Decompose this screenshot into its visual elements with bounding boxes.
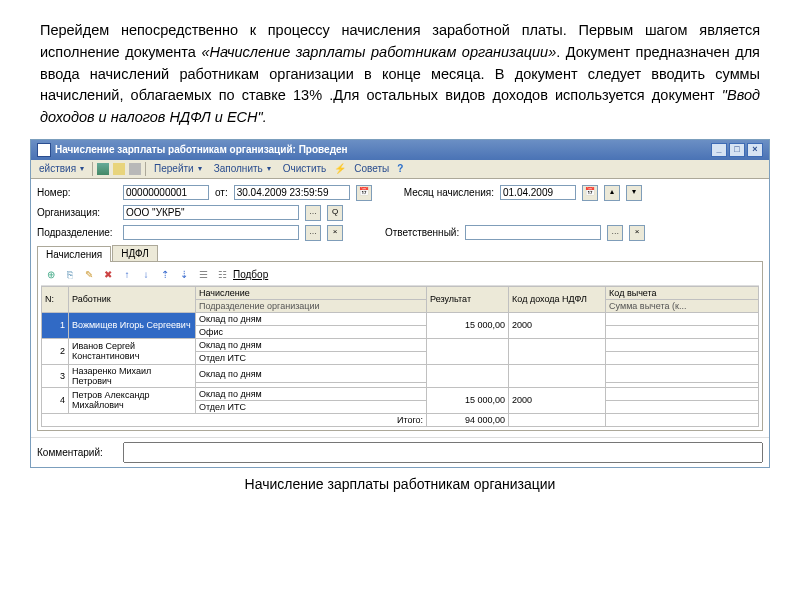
cell-dept[interactable]: Отдел ИТС (196, 351, 427, 364)
cell-accrual[interactable]: Оклад по дням (196, 338, 427, 351)
cell-accrual[interactable]: Оклад по дням (196, 387, 427, 400)
org-open-icon[interactable]: Q (327, 205, 343, 221)
cell-dept[interactable]: Офис (196, 325, 427, 338)
col-deduct-sum[interactable]: Сумма вычета (к... (606, 299, 759, 312)
settings-icon[interactable]: ☰ (195, 267, 211, 283)
cell-ndfl[interactable] (509, 338, 606, 364)
edit-row-icon[interactable]: ✎ (81, 267, 97, 283)
cell-dept[interactable]: Отдел ИТС (196, 400, 427, 413)
month-up-icon[interactable]: ▴ (604, 185, 620, 201)
number-field[interactable] (123, 185, 209, 200)
tab-content: ⊕ ⎘ ✎ ✖ ↑ ↓ ⇡ ⇣ ☰ ☷ Подбор N: Работник Н… (37, 261, 763, 431)
date-field[interactable] (234, 185, 350, 200)
list-icon[interactable]: ☷ (214, 267, 230, 283)
col-accrual[interactable]: Начисление (196, 286, 427, 299)
tips-button[interactable]: Советы (350, 162, 393, 175)
col-ndfl[interactable]: Код дохода НДФЛ (509, 286, 606, 312)
total-label: Итого: (42, 413, 427, 426)
month-picker-icon[interactable]: 📅 (582, 185, 598, 201)
print-icon[interactable] (129, 163, 141, 175)
maximize-button[interactable]: □ (729, 143, 745, 157)
minimize-button[interactable]: _ (711, 143, 727, 157)
cell-worker[interactable]: Петров Александр Михайлович (69, 387, 196, 413)
cell-num[interactable]: 4 (42, 387, 69, 413)
close-button[interactable]: × (747, 143, 763, 157)
move-up-icon[interactable]: ↑ (119, 267, 135, 283)
sort-asc-icon[interactable]: ⇡ (157, 267, 173, 283)
cell-num[interactable]: 1 (42, 312, 69, 338)
window-titlebar: Начисление зарплаты работникам организац… (31, 140, 769, 160)
cell-ndfl[interactable]: 2000 (509, 387, 606, 413)
main-toolbar: ействия Перейти Заполнить Очистить ⚡ Сов… (31, 160, 769, 179)
month-down-icon[interactable]: ▾ (626, 185, 642, 201)
dept-clear-icon[interactable]: × (327, 225, 343, 241)
delete-row-icon[interactable]: ✖ (100, 267, 116, 283)
cell-num[interactable]: 3 (42, 364, 69, 387)
tips-icon: ⚡ (334, 163, 346, 175)
table-row[interactable]: 2Иванов Сергей КонстантиновичОклад по дн… (42, 338, 759, 351)
table-row[interactable]: 4Петров Александр МихайловичОклад по дня… (42, 387, 759, 400)
cell-deduct-code[interactable] (606, 387, 759, 400)
table-row[interactable]: 1Вожмищев Игорь СергеевичОклад по дням15… (42, 312, 759, 325)
cell-worker[interactable]: Вожмищев Игорь Сергеевич (69, 312, 196, 338)
col-num[interactable]: N: (42, 286, 69, 312)
selection-button[interactable]: Подбор (233, 269, 268, 280)
accruals-grid: N: Работник Начисление Результат Код дох… (41, 286, 759, 427)
cell-deduct-code[interactable] (606, 364, 759, 383)
fill-menu[interactable]: Заполнить (210, 162, 275, 175)
copy-row-icon[interactable]: ⎘ (62, 267, 78, 283)
cell-result[interactable] (427, 338, 509, 364)
comment-field[interactable] (123, 442, 763, 463)
save-icon[interactable] (97, 163, 109, 175)
add-row-icon[interactable]: ⊕ (43, 267, 59, 283)
intro-doc-1: «Начисление зарплаты работникам организа… (201, 44, 556, 60)
col-worker[interactable]: Работник (69, 286, 196, 312)
goto-menu[interactable]: Перейти (150, 162, 206, 175)
sort-desc-icon[interactable]: ⇣ (176, 267, 192, 283)
app-window: Начисление зарплаты работникам организац… (30, 139, 770, 468)
cell-result[interactable]: 15 000,00 (427, 387, 509, 413)
cell-deduct-sum[interactable] (606, 400, 759, 413)
resp-clear-icon[interactable]: × (629, 225, 645, 241)
resp-select-icon[interactable]: … (607, 225, 623, 241)
tab-ndfl[interactable]: НДФЛ (112, 245, 158, 261)
total-value: 94 000,00 (427, 413, 509, 426)
cell-worker[interactable]: Назаренко Михаил Петрович (69, 364, 196, 387)
dept-label: Подразделение: (37, 227, 117, 238)
help-icon[interactable]: ? (397, 163, 409, 175)
post-icon[interactable] (113, 163, 125, 175)
cell-result[interactable]: 15 000,00 (427, 312, 509, 338)
month-label: Месяц начисления: (404, 187, 494, 198)
month-field[interactable] (500, 185, 576, 200)
cell-result[interactable] (427, 364, 509, 387)
cell-deduct-sum[interactable] (606, 325, 759, 338)
grid-toolbar: ⊕ ⎘ ✎ ✖ ↑ ↓ ⇡ ⇣ ☰ ☷ Подбор (41, 265, 759, 286)
col-deduct-code[interactable]: Код вычета (606, 286, 759, 299)
org-field[interactable] (123, 205, 299, 220)
cell-ndfl[interactable] (509, 364, 606, 387)
org-select-icon[interactable]: … (305, 205, 321, 221)
actions-menu[interactable]: ействия (35, 162, 88, 175)
col-dept[interactable]: Подразделение организации (196, 299, 427, 312)
cell-accrual[interactable]: Оклад по дням (196, 364, 427, 383)
cell-deduct-code[interactable] (606, 338, 759, 351)
cell-ndfl[interactable]: 2000 (509, 312, 606, 338)
move-down-icon[interactable]: ↓ (138, 267, 154, 283)
resp-label: Ответственный: (385, 227, 459, 238)
figure-caption: Начисление зарплаты работникам организац… (0, 476, 800, 492)
col-result[interactable]: Результат (427, 286, 509, 312)
cell-num[interactable]: 2 (42, 338, 69, 364)
clear-button[interactable]: Очистить (279, 162, 331, 175)
tab-accruals[interactable]: Начисления (37, 246, 111, 262)
form-area: Номер: от: 📅 Месяц начисления: 📅 ▴ ▾ Орг… (31, 179, 769, 437)
table-row[interactable]: 3Назаренко Михаил ПетровичОклад по дням (42, 364, 759, 383)
date-picker-icon[interactable]: 📅 (356, 185, 372, 201)
cell-deduct-code[interactable] (606, 312, 759, 325)
window-icon (37, 143, 51, 157)
cell-worker[interactable]: Иванов Сергей Константинович (69, 338, 196, 364)
dept-select-icon[interactable]: … (305, 225, 321, 241)
cell-deduct-sum[interactable] (606, 351, 759, 364)
cell-accrual[interactable]: Оклад по дням (196, 312, 427, 325)
resp-field[interactable] (465, 225, 601, 240)
dept-field[interactable] (123, 225, 299, 240)
